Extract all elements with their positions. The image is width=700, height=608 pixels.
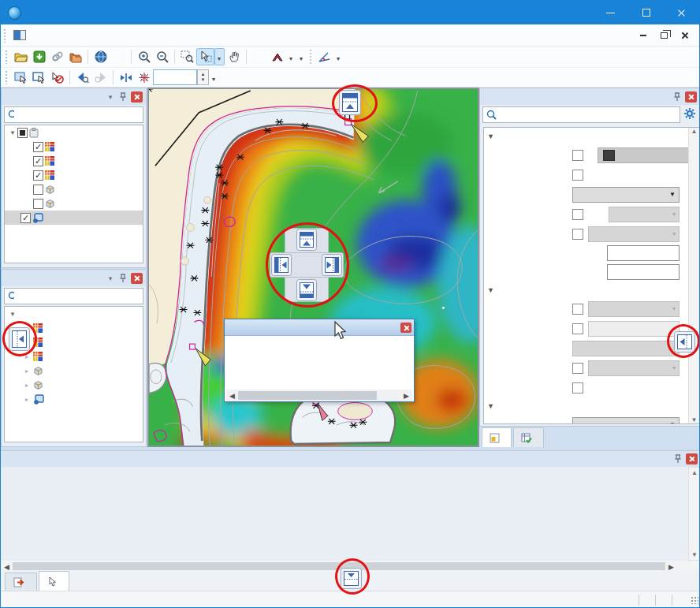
selection-close-icon[interactable] [686,453,698,464]
child-restore-button[interactable] [653,28,674,43]
dock-left-edge-target[interactable] [9,327,30,353]
scroll-right-icon[interactable]: ▶ [665,563,677,571]
contours-colour-range-dropdown[interactable]: ▼ [572,417,680,425]
layers-tree-item[interactable]: ✓ [5,154,143,168]
symbolization-dropdown[interactable]: ▾ [609,207,680,222]
show-nodes-checkbox[interactable] [572,170,583,181]
dock-top-edge-target[interactable] [339,90,361,117]
dock-top-target[interactable] [296,229,317,253]
presentation-checkbox[interactable] [572,229,583,240]
project-tree-item[interactable]: ▸ [5,378,143,392]
expand-icon[interactable]: ▸ [22,353,32,360]
checked-checkbox[interactable]: ✓ [33,142,43,152]
layers-tree-item-selected[interactable]: ✓ [5,211,143,225]
coordinates-window[interactable]: ◀ ▶ [224,319,415,402]
close-button[interactable] [664,1,699,24]
tab-output[interactable] [5,573,37,591]
dock-right-edge-target[interactable] [674,331,695,355]
zoom-out-button[interactable] [153,48,171,65]
pan-tool-button[interactable] [225,48,243,65]
child-minimize-button[interactable] [633,28,653,43]
properties-close-icon[interactable] [685,91,697,103]
unchecked-checkbox[interactable] [33,185,43,195]
property-search-input[interactable] [497,109,676,121]
dock-right-target[interactable] [322,254,342,278]
tristate-checkbox[interactable] [17,128,28,138]
size-checkbox[interactable] [572,323,583,334]
override-colour-value[interactable] [598,147,690,163]
flyer-tool-button[interactable] [268,48,286,65]
minimize-button[interactable] [593,1,628,24]
soundings-colour-range-dropdown[interactable] [572,341,680,356]
size-input[interactable] [588,321,680,337]
scroll-left-icon[interactable]: ◀ [226,392,238,400]
layers-tree-item[interactable]: ✓ [5,168,143,182]
unchecked-checkbox[interactable] [33,199,43,209]
layers-pin-icon[interactable] [117,91,129,103]
properties-pin-icon[interactable] [671,91,683,103]
dock-bottom-target[interactable] [296,279,317,304]
expand-icon[interactable]: ▸ [22,396,32,403]
project-tree-root[interactable]: ▼ [5,307,143,321]
maximize-button[interactable] [628,1,664,24]
tolerance-input[interactable] [153,69,197,85]
selection-radius-button[interactable] [135,69,153,86]
toolbar1-grip[interactable] [5,50,9,64]
maximum-scale-input[interactable] [607,264,680,280]
previous-selection-button[interactable] [73,69,91,86]
coordinates-titlebar[interactable] [225,319,414,336]
fractional-checkbox[interactable] [572,382,583,394]
tab-properties-layers[interactable] [482,427,512,447]
project-search[interactable] [4,288,143,304]
3d-view-button[interactable] [250,48,268,65]
expand-icon[interactable]: ▸ [22,367,32,375]
zoom-area-button[interactable] [178,48,196,65]
resize-grip[interactable] [691,596,698,604]
title-bar[interactable] [1,1,699,24]
symbolization-checkbox[interactable] [572,209,583,220]
checked-checkbox[interactable]: ✓ [20,213,31,223]
project-search-input[interactable] [14,290,140,303]
presentation-dropdown[interactable]: ▾ [588,226,680,242]
project-tree-item[interactable]: ▸ [5,392,143,406]
minimum-scale-input[interactable] [607,245,680,261]
property-search[interactable] [482,106,680,123]
project-pin-icon[interactable] [117,272,129,284]
link-data-button[interactable] [48,48,66,65]
flyer-tool-dropdown[interactable]: ▾ [286,48,296,65]
globe-button[interactable] [91,48,110,65]
checked-checkbox[interactable]: ✓ [33,156,43,166]
layers-tree-item[interactable]: ✓ [5,140,143,154]
select-by-lasso-button[interactable] [30,69,48,86]
import-button[interactable] [30,48,48,65]
feature-code-checkbox[interactable] [572,304,583,315]
dock-left-target[interactable] [271,254,292,278]
layers-tree-item[interactable] [5,182,143,196]
project-close-icon[interactable] [131,273,143,284]
copy-folder-button[interactable] [66,48,84,65]
collapse-icon[interactable]: ▼ [8,311,17,318]
selection-panel-titlebar[interactable] [1,451,700,467]
transparency-dropdown[interactable]: ▼ [572,187,680,203]
coords-hscroll-thumb[interactable] [238,391,377,400]
layers-search[interactable] [4,106,143,123]
layers-close-icon[interactable] [131,91,143,103]
properties-panel-titlebar[interactable] [480,88,700,105]
child-close-button[interactable] [674,28,694,43]
gear-icon[interactable] [683,107,696,122]
section-contours[interactable]: ▼ [484,397,699,415]
dock-bottom-edge-target[interactable] [341,568,362,591]
layers-menu-icon[interactable]: ▾ [104,91,117,103]
layers-search-input[interactable] [14,109,140,121]
menubar-grip[interactable] [3,28,7,43]
toolbar2-grip[interactable] [5,70,9,84]
rounding-dropdown[interactable]: ▾ [588,360,680,376]
layers-tree-item[interactable]: ▼ [5,125,143,140]
select-tool-button[interactable] [196,48,214,65]
section-soundings[interactable]: ▼ [484,282,699,299]
project-panel-titlebar[interactable]: ▾ [2,270,146,286]
scroll-left-icon[interactable]: ◀ [1,563,13,571]
selection-pin-icon[interactable] [672,453,684,465]
deselect-button[interactable] [48,69,66,86]
override-colour-checkbox[interactable] [572,150,583,161]
